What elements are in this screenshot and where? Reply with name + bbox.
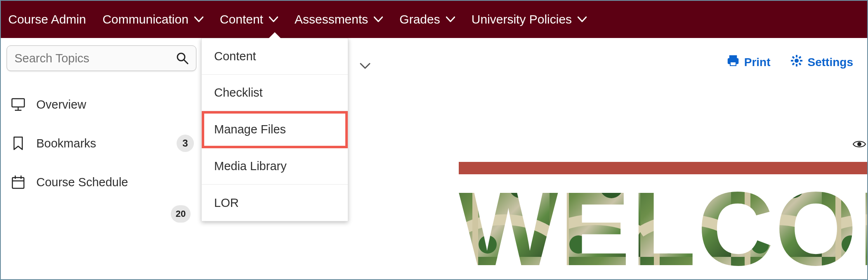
svg-line-1 [184, 60, 188, 64]
nav-label: Assessments [295, 12, 368, 26]
print-icon [727, 55, 739, 70]
welcome-text: WELCOME [459, 170, 867, 280]
chevron-down-icon [446, 17, 455, 22]
sidebar-item-course-schedule[interactable]: Course Schedule [7, 163, 197, 202]
print-label: Print [744, 56, 771, 69]
nav-label: Course Admin [8, 12, 86, 26]
bookmarks-count-badge: 3 [177, 135, 194, 152]
content-dropdown: Content Checklist Manage Files Media Lib… [201, 38, 348, 221]
dropdown-item-label: Media Library [214, 159, 287, 173]
overview-icon [10, 97, 26, 112]
sidebar-item-partial[interactable]: 20 [7, 202, 197, 226]
dropdown-item-label: Content [214, 50, 256, 63]
dropdown-item-checklist[interactable]: Checklist [202, 75, 348, 111]
svg-line-20 [793, 63, 794, 65]
search-topics-box[interactable] [7, 45, 196, 71]
dropdown-item-content[interactable]: Content [202, 38, 348, 75]
sidebar-item-bookmarks[interactable]: Bookmarks 3 [7, 124, 197, 163]
nav-content[interactable]: Content [220, 12, 278, 26]
chevron-down-icon [578, 17, 587, 22]
nav-assessments[interactable]: Assessments [295, 12, 383, 26]
sidebar-item-label: Course Schedule [36, 176, 194, 189]
nav-communication[interactable]: Communication [102, 12, 203, 26]
settings-button[interactable]: Settings [790, 55, 853, 70]
chevron-down-icon [269, 17, 278, 22]
nav-university-policies[interactable]: University Policies [472, 12, 587, 26]
sidebar-item-label: Overview [36, 98, 194, 112]
search-icon[interactable] [176, 52, 189, 64]
svg-point-12 [795, 59, 799, 63]
page-actions: Print Setti [727, 55, 853, 70]
chevron-down-icon[interactable] [360, 63, 370, 69]
svg-line-18 [799, 63, 801, 65]
nav-label: Content [220, 12, 263, 26]
sidebar-item-overview[interactable]: Overview [7, 85, 197, 124]
nav-grades[interactable]: Grades [399, 12, 455, 26]
calendar-icon [10, 175, 26, 190]
dropdown-item-label: LOR [214, 196, 239, 210]
svg-line-19 [799, 57, 801, 58]
chevron-down-icon [194, 17, 203, 22]
content-sidebar: Overview Bookmarks 3 [1, 38, 203, 279]
nav-label: Grades [399, 12, 440, 26]
dropdown-item-label: Manage Files [214, 123, 286, 136]
search-input[interactable] [14, 52, 176, 65]
course-navbar: Course Admin Communication Content Asses… [1, 1, 867, 38]
dropdown-item-lor[interactable]: LOR [202, 185, 348, 221]
svg-rect-2 [12, 99, 24, 107]
settings-label: Settings [808, 56, 853, 69]
svg-rect-11 [730, 62, 736, 66]
count-badge: 20 [171, 205, 191, 223]
svg-line-17 [793, 57, 794, 58]
print-button[interactable]: Print [727, 55, 771, 70]
sidebar-item-label: Bookmarks [36, 137, 167, 150]
nav-course-admin[interactable]: Course Admin [8, 12, 86, 26]
gear-icon [790, 55, 803, 70]
dropdown-item-media-library[interactable]: Media Library [202, 148, 348, 185]
svg-point-21 [857, 142, 861, 146]
visibility-icon[interactable] [852, 139, 866, 149]
svg-rect-5 [12, 178, 24, 188]
nav-label: Communication [102, 12, 188, 26]
nav-label: University Policies [472, 12, 572, 26]
bookmark-icon [10, 136, 26, 151]
dropdown-item-label: Checklist [214, 86, 263, 100]
dropdown-item-manage-files[interactable]: Manage Files [202, 111, 348, 148]
welcome-banner: WELCOME [459, 162, 867, 280]
dropdown-caret [268, 32, 281, 39]
chevron-down-icon [374, 17, 383, 22]
